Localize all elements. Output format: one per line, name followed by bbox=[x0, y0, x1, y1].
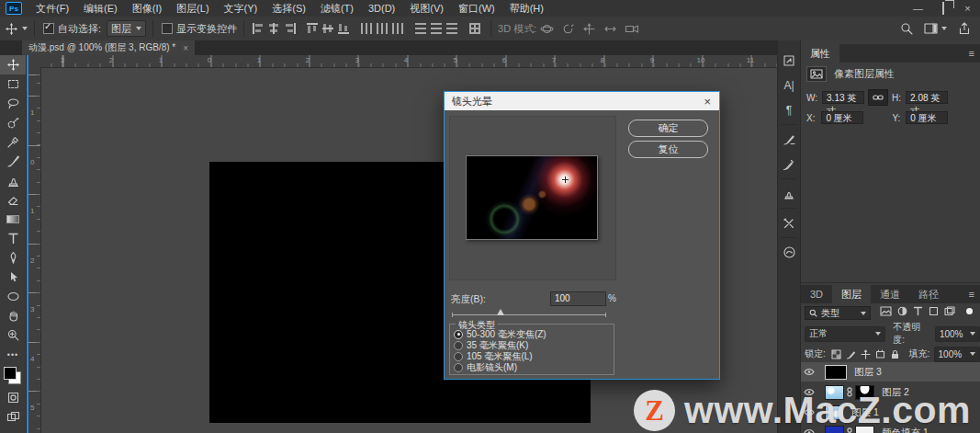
distribute-vertical-center-icon[interactable] bbox=[431, 23, 443, 34]
lens-option-105mm[interactable]: 105 毫米聚焦(L) bbox=[454, 351, 612, 361]
radio-selected-icon[interactable] bbox=[454, 330, 463, 339]
height-input[interactable]: 2.08 英寸 bbox=[906, 91, 948, 104]
restore-button[interactable] bbox=[930, 1, 955, 16]
auto-select-checkbox[interactable] bbox=[43, 23, 54, 34]
layer-row-3[interactable]: 图层 3 bbox=[801, 362, 980, 382]
auto-select-target-dropdown[interactable]: 图层 bbox=[107, 20, 146, 37]
3d-pan-icon[interactable] bbox=[582, 23, 596, 35]
layer-thumbnail[interactable] bbox=[825, 405, 844, 420]
lens-option-movie-prime[interactable]: 电影镜头(M) bbox=[454, 362, 612, 372]
search-icon[interactable] bbox=[900, 22, 913, 35]
eraser-tool[interactable] bbox=[0, 190, 26, 210]
x-input[interactable]: 0 厘米 bbox=[821, 111, 863, 124]
close-window-button[interactable]: × bbox=[955, 1, 980, 16]
clone-source-panel-icon[interactable] bbox=[777, 181, 801, 206]
tab-properties[interactable]: 属性 bbox=[801, 44, 839, 63]
link-dimensions-button[interactable] bbox=[868, 89, 888, 106]
clone-stamp-tool[interactable] bbox=[0, 171, 26, 190]
visibility-eye-icon[interactable] bbox=[801, 368, 817, 376]
align-center-horizontal-icon[interactable] bbox=[268, 23, 280, 34]
lock-position-icon[interactable] bbox=[861, 349, 871, 359]
layer-mask-thumbnail[interactable] bbox=[855, 426, 874, 433]
lock-all-icon[interactable] bbox=[890, 349, 900, 359]
type-tool[interactable] bbox=[0, 229, 26, 248]
layer-thumbnail[interactable] bbox=[825, 385, 844, 400]
distribute-horizontal-right-icon[interactable] bbox=[392, 23, 404, 34]
menu-filter[interactable]: 滤镜(T) bbox=[313, 0, 361, 17]
brightness-slider-track[interactable] bbox=[452, 314, 606, 315]
reset-button[interactable]: 复位 bbox=[628, 141, 708, 158]
brightness-input[interactable]: 100 bbox=[550, 291, 606, 306]
3d-orbit-icon[interactable] bbox=[540, 23, 554, 35]
brushes-panel-icon[interactable] bbox=[777, 152, 801, 177]
fill-dropdown[interactable]: 100% bbox=[934, 347, 980, 362]
width-input[interactable]: 3.13 英寸 bbox=[822, 91, 864, 104]
ellipse-tool[interactable] bbox=[0, 287, 26, 306]
ruler-origin-corner[interactable] bbox=[28, 55, 41, 68]
workspace-switcher[interactable] bbox=[924, 23, 947, 34]
foreground-color-swatch[interactable] bbox=[4, 367, 17, 380]
lock-transparency-icon[interactable] bbox=[831, 349, 841, 359]
layer-name[interactable]: 颜色填充 1 bbox=[882, 427, 929, 433]
menu-layer[interactable]: 图层(L) bbox=[169, 0, 216, 17]
filter-toggle-icon[interactable] bbox=[966, 308, 973, 314]
layer-mask-thumbnail[interactable] bbox=[855, 385, 874, 400]
menu-select[interactable]: 选择(S) bbox=[265, 0, 313, 17]
layer-name[interactable]: 图层 2 bbox=[882, 386, 909, 399]
lock-artboard-icon[interactable] bbox=[875, 349, 885, 359]
layer-name[interactable]: 图层 1 bbox=[851, 406, 879, 419]
panel-menu-icon[interactable]: ≡ bbox=[969, 44, 980, 63]
dialog-title-bar[interactable]: 镜头光晕 × bbox=[445, 92, 719, 110]
3d-camera-icon[interactable] bbox=[625, 23, 639, 35]
distribute-horizontal-icon[interactable] bbox=[361, 23, 373, 34]
visibility-eye-icon[interactable] bbox=[801, 428, 817, 433]
path-selection-tool[interactable] bbox=[0, 268, 26, 287]
mask-link-icon[interactable] bbox=[846, 427, 853, 433]
filter-type-dropdown[interactable]: 类型 bbox=[805, 306, 871, 320]
distribute-vertical-icon[interactable] bbox=[415, 23, 427, 34]
panel-menu-icon[interactable]: ≡ bbox=[969, 285, 980, 303]
gradient-tool[interactable] bbox=[0, 210, 26, 229]
layer-row-2[interactable]: 图层 2 bbox=[801, 382, 980, 402]
ok-button[interactable]: 确定 bbox=[628, 120, 708, 137]
hand-tool[interactable] bbox=[0, 306, 26, 325]
menu-3d[interactable]: 3D(D) bbox=[361, 0, 402, 17]
align-top-icon[interactable] bbox=[307, 23, 319, 34]
tab-3d[interactable]: 3D bbox=[801, 285, 832, 303]
tab-layers[interactable]: 图层 bbox=[832, 285, 871, 303]
layer-name[interactable]: 图层 3 bbox=[854, 366, 882, 379]
menu-help[interactable]: 帮助(H) bbox=[502, 0, 551, 17]
menu-file[interactable]: 文件(F) bbox=[28, 0, 76, 17]
move-tool[interactable] bbox=[0, 55, 26, 74]
brush-tool[interactable] bbox=[0, 152, 26, 171]
character-panel-icon[interactable]: A| bbox=[777, 73, 801, 97]
layer-row-color-fill[interactable]: 颜色填充 1 bbox=[801, 423, 980, 433]
tab-channels[interactable]: 通道 bbox=[871, 285, 909, 303]
quick-mask-button[interactable] bbox=[0, 388, 26, 407]
align-bottom-icon[interactable] bbox=[338, 23, 350, 34]
more-tools[interactable]: ••• bbox=[0, 345, 26, 364]
filter-type-layers-icon[interactable] bbox=[913, 306, 923, 316]
visibility-eye-icon[interactable] bbox=[801, 408, 817, 416]
show-transform-checkbox[interactable] bbox=[162, 23, 173, 34]
marquee-tool[interactable] bbox=[0, 74, 26, 94]
menu-window[interactable]: 窗口(W) bbox=[451, 0, 502, 17]
align-left-icon[interactable] bbox=[253, 23, 265, 34]
tab-paths[interactable]: 路径 bbox=[909, 285, 948, 303]
lens-option-50-300[interactable]: 50-300 毫米变焦(Z) bbox=[454, 329, 612, 339]
color-swatches[interactable] bbox=[4, 367, 22, 385]
lasso-tool[interactable] bbox=[0, 94, 26, 113]
radio-icon[interactable] bbox=[454, 363, 463, 372]
quick-selection-tool[interactable] bbox=[0, 113, 26, 132]
filter-adjustment-layers-icon[interactable] bbox=[897, 306, 907, 316]
menu-type[interactable]: 文字(Y) bbox=[217, 0, 265, 17]
lock-pixels-icon[interactable] bbox=[846, 349, 856, 359]
tool-preset-chevron-icon[interactable] bbox=[22, 27, 28, 30]
menu-edit[interactable]: 编辑(E) bbox=[76, 0, 125, 17]
align-right-icon[interactable] bbox=[284, 23, 296, 34]
opacity-dropdown[interactable]: 100% bbox=[935, 326, 980, 342]
brush-settings-panel-icon[interactable] bbox=[777, 127, 801, 152]
flare-center-crosshair-icon[interactable] bbox=[562, 177, 569, 183]
minimize-button[interactable]: — bbox=[906, 1, 930, 16]
layer-thumbnail[interactable] bbox=[825, 426, 844, 433]
